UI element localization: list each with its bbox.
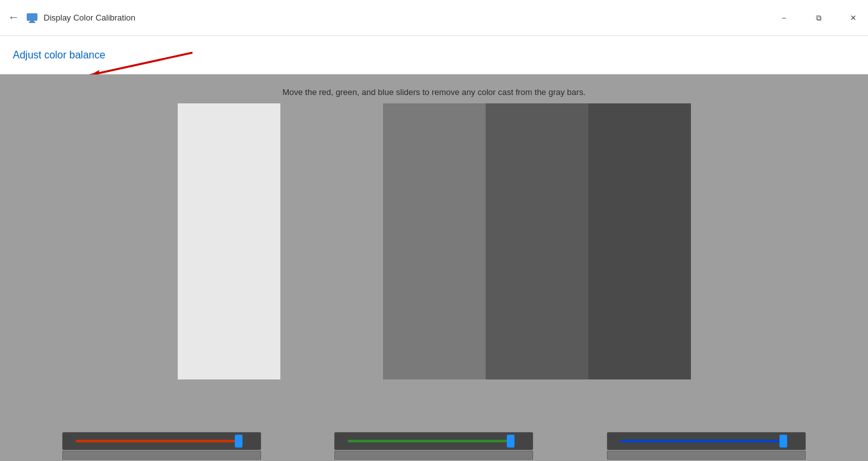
close-button[interactable]: ✕ (838, 0, 868, 35)
white-bar (178, 103, 280, 379)
green-slider-track[interactable] (334, 432, 533, 450)
light-gray-bar (383, 103, 486, 379)
back-arrow-icon: ← (8, 11, 19, 24)
svg-rect-0 (27, 13, 37, 21)
red-slider-bottom-track (62, 451, 261, 460)
minimize-button[interactable]: − (769, 0, 799, 35)
color-bars-container (178, 103, 691, 430)
dark-gray-bar (588, 103, 691, 379)
app-icon (26, 12, 38, 24)
red-slider-wrapper (59, 432, 264, 460)
blue-slider-bottom-track (607, 451, 806, 460)
page-heading: Adjust color balance (13, 49, 105, 61)
blue-slider-track[interactable] (607, 432, 806, 450)
red-slider-track[interactable] (62, 432, 261, 450)
svg-rect-1 (30, 21, 34, 22)
green-slider-fill (348, 440, 513, 442)
sliders-area (0, 430, 868, 461)
green-slider-wrapper (331, 432, 536, 460)
green-slider-bottom-track (334, 451, 533, 460)
red-slider-thumb[interactable] (235, 435, 243, 448)
medium-gray-bar (486, 103, 588, 379)
window-title: Display Color Calibration (44, 13, 860, 22)
window-controls: − ⧉ ✕ (769, 0, 868, 35)
back-button[interactable]: ← (8, 11, 19, 24)
titlebar: ← Display Color Calibration − ⧉ ✕ (0, 0, 868, 36)
red-slider-fill (76, 440, 241, 442)
svg-rect-2 (29, 22, 35, 23)
blue-slider-wrapper (604, 432, 809, 460)
blue-slider-thumb[interactable] (779, 435, 787, 448)
instruction-text: Move the red, green, and blue sliders to… (282, 87, 586, 97)
heading-text: Adjust color balance (13, 49, 105, 60)
green-slider-thumb[interactable] (507, 435, 515, 448)
main-content: Move the red, green, and blue sliders to… (0, 74, 868, 430)
header-section: Adjust color balance (0, 36, 868, 74)
blue-slider-fill (620, 440, 786, 442)
restore-button[interactable]: ⧉ (804, 0, 833, 35)
